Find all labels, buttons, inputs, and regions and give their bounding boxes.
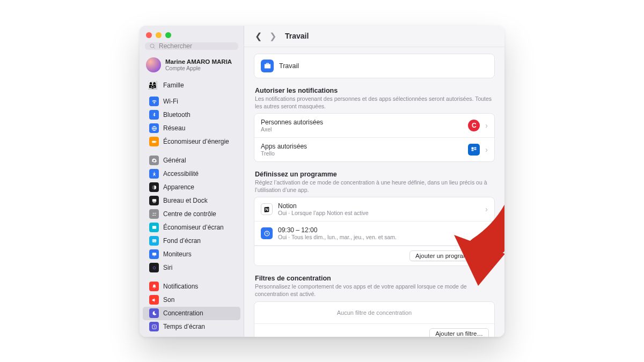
search-placeholder: Rechercher — [159, 42, 192, 50]
allowed-people-row[interactable]: Personnes autorisées Axel C › — [254, 114, 494, 138]
schedule-row-sub: Oui · Lorsque l’app Notion est active — [278, 210, 369, 216]
schedule-row-notion[interactable]: Notion Oui · Lorsque l’app Notion est ac… — [254, 197, 494, 221]
people-badge-icon: C — [468, 120, 480, 131]
sidebar-item-network[interactable]: Réseau — [143, 122, 240, 135]
sidebar-item-screensaver[interactable]: Économiseur d’écran — [143, 221, 240, 234]
account-row[interactable]: Marine AMARO MARIA Compte Apple — [140, 54, 244, 76]
svg-rect-3 — [152, 141, 156, 143]
allowed-apps-row[interactable]: Apps autorisées Trello › — [254, 138, 494, 161]
sidebar-item-label: Temps d’écran — [163, 323, 205, 330]
sidebar-item-label: Moniteurs — [163, 250, 192, 258]
sidebar-item-label: Économiseur d’écran — [163, 224, 224, 231]
allowed-people-title: Personnes autorisées — [261, 119, 323, 126]
family-icon: 👨‍👩‍👧 — [146, 79, 159, 92]
chevron-right-icon: › — [485, 205, 488, 213]
schedule-add-row: Ajouter un programme… — [254, 246, 494, 265]
svg-rect-25 — [474, 147, 477, 148]
svg-rect-24 — [472, 147, 474, 149]
globe-icon — [149, 123, 159, 133]
sidebar-item-label: Son — [163, 296, 174, 304]
window-traffic-lights[interactable] — [140, 26, 244, 42]
svg-rect-16 — [153, 255, 155, 256]
close-icon[interactable] — [146, 32, 152, 38]
toolbar: ❮ ❯ Travail — [244, 26, 504, 47]
sidebar-item-screentime[interactable]: Temps d’écran — [143, 320, 240, 334]
svg-rect-4 — [156, 141, 156, 142]
notifications-title: Autoriser les notifications — [255, 87, 494, 94]
search-icon — [149, 43, 156, 49]
svg-point-17 — [152, 265, 156, 270]
sidebar-item-battery[interactable]: Économiseur d’énergie — [143, 135, 240, 149]
forward-button[interactable]: ❯ — [268, 30, 277, 42]
filters-title: Filtres de concentration — [255, 275, 494, 282]
notifications-section: Autoriser les notifications Les notifica… — [255, 87, 494, 110]
schedule-row-title: Notion — [278, 202, 369, 210]
sidebar-item-bluetooth[interactable]: Bluetooth — [143, 108, 240, 122]
svg-point-9 — [152, 212, 153, 213]
st-icon — [149, 322, 159, 331]
svg-rect-10 — [154, 213, 156, 213]
bell-icon — [149, 282, 159, 291]
chevron-right-icon: › — [485, 121, 488, 130]
sidebar-item-accessibility[interactable]: Accessibilité — [143, 167, 240, 181]
schedule-row-time[interactable]: 09:30 – 12:00 Oui · Tous les dim., lun.,… — [254, 221, 494, 246]
notion-icon — [261, 203, 273, 215]
schedule-row-title: 09:30 – 12:00 — [278, 226, 397, 234]
schedule-sub: Réglez l’activation de ce mode de concen… — [255, 179, 494, 194]
sidebar-item-label: Bureau et Dock — [163, 197, 208, 204]
zoom-icon[interactable] — [165, 32, 171, 38]
sidebar-item-siri[interactable]: Siri — [143, 261, 240, 275]
snd-icon — [149, 295, 159, 305]
filters-sub: Personnalisez le comportement de vos app… — [255, 283, 494, 298]
sidebar-item-label: Accessibilité — [163, 170, 199, 178]
gear-icon — [149, 156, 159, 165]
chevron-right-icon: › — [485, 145, 488, 154]
ss-icon — [149, 223, 159, 232]
filters-list: Aucun filtre de concentration Ajouter un… — [254, 301, 495, 337]
bt-icon — [149, 110, 159, 120]
sidebar-item-label: Fond d’écran — [163, 237, 201, 245]
svg-rect-7 — [152, 199, 156, 202]
svg-rect-26 — [474, 149, 477, 150]
svg-point-11 — [155, 215, 156, 216]
allowed-people-sub: Axel — [261, 126, 323, 132]
focus-header-card[interactable]: Travail — [254, 54, 495, 78]
sidebar-item-label: Réseau — [163, 124, 185, 132]
sidebar-item-appearance[interactable]: Apparence — [143, 181, 240, 194]
wall-icon — [149, 236, 159, 246]
search-input[interactable]: Rechercher — [145, 42, 238, 50]
acc-icon — [149, 169, 159, 179]
account-name: Marine AMARO MARIA — [165, 58, 232, 65]
sidebar-item-control[interactable]: Centre de contrôle — [143, 208, 240, 221]
sidebar-item-desktop[interactable]: Bureau et Dock — [143, 194, 240, 208]
family-row[interactable]: 👨‍👩‍👧 Famille — [140, 76, 244, 95]
cc-icon — [149, 209, 159, 219]
sidebar-item-focus[interactable]: Concentration — [143, 307, 240, 320]
sidebar-item-label: Concentration — [163, 309, 203, 317]
schedule-title: Définissez un programme — [255, 171, 494, 178]
content-scroll[interactable]: Travail Autoriser les notifications Les … — [244, 47, 504, 337]
minimize-icon[interactable] — [156, 32, 162, 38]
back-button[interactable]: ❮ — [254, 30, 263, 42]
sidebar-item-notifications[interactable]: Notifications — [143, 280, 240, 293]
sidebar: Rechercher Marine AMARO MARIA Compte App… — [140, 26, 244, 337]
focus-header-label: Travail — [279, 62, 299, 70]
sidebar-item-label: Centre de contrôle — [163, 210, 216, 218]
svg-point-0 — [150, 44, 154, 48]
app-icon — [149, 182, 159, 192]
svg-rect-13 — [152, 226, 156, 229]
add-filter-button[interactable]: Ajouter un filtre… — [429, 328, 489, 337]
main-pane: ❮ ❯ Travail Travail Autoriser les notifi… — [244, 26, 504, 337]
sidebar-item-wifi[interactable]: Wi-Fi — [143, 95, 240, 108]
sidebar-item-sound[interactable]: Son — [143, 293, 240, 307]
sidebar-item-general[interactable]: Général — [143, 154, 240, 167]
allowed-apps-sub: Trello — [261, 150, 307, 157]
add-schedule-button[interactable]: Ajouter un programme… — [409, 250, 489, 261]
sidebar-item-displays[interactable]: Moniteurs — [143, 248, 240, 261]
sidebar-item-label: Apparence — [163, 183, 194, 191]
page-title: Travail — [285, 32, 309, 40]
sidebar-item-wallpaper[interactable]: Fond d’écran — [143, 234, 240, 248]
sidebar-item-label: Siri — [163, 264, 172, 271]
notifications-sub: Les notifications provenant des personne… — [255, 95, 494, 110]
siri-icon — [149, 263, 159, 272]
